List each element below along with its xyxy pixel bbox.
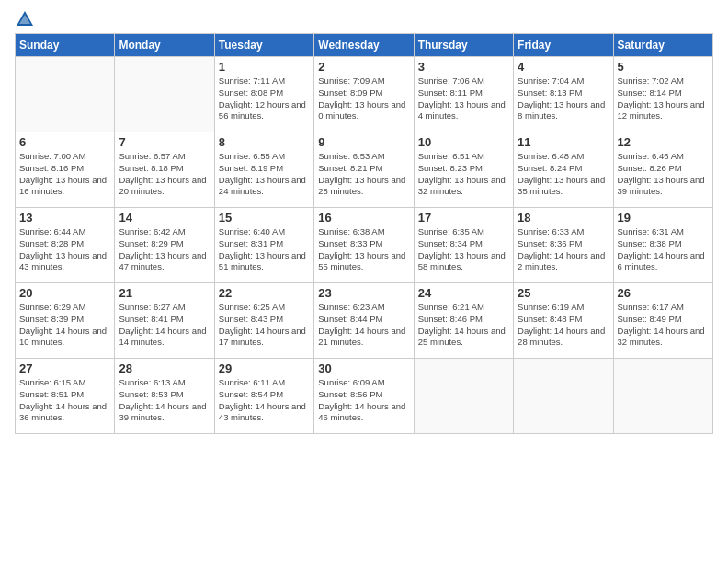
calendar-cell: 9Sunrise: 6:53 AMSunset: 8:21 PMDaylight… — [314, 132, 414, 208]
calendar-cell — [414, 359, 513, 434]
day-info: Sunrise: 6:35 AMSunset: 8:34 PMDaylight:… — [418, 226, 509, 273]
day-number: 6 — [19, 135, 110, 149]
day-number: 25 — [518, 286, 609, 300]
day-number: 17 — [418, 211, 509, 224]
calendar-cell: 7Sunrise: 6:57 AMSunset: 8:18 PMDaylight… — [115, 132, 214, 208]
calendar-header-friday: Friday — [514, 34, 613, 57]
day-number: 19 — [618, 211, 709, 224]
calendar-header-monday: Monday — [115, 34, 214, 57]
day-number: 29 — [219, 362, 310, 375]
header — [15, 9, 713, 29]
day-number: 8 — [219, 135, 310, 149]
day-info: Sunrise: 6:23 AMSunset: 8:44 PMDaylight:… — [318, 302, 409, 349]
day-info: Sunrise: 6:19 AMSunset: 8:48 PMDaylight:… — [518, 302, 609, 349]
day-number: 13 — [19, 211, 110, 224]
calendar-cell: 16Sunrise: 6:38 AMSunset: 8:33 PMDayligh… — [314, 208, 414, 283]
day-info: Sunrise: 6:48 AMSunset: 8:24 PMDaylight:… — [518, 151, 609, 198]
calendar-cell: 1Sunrise: 7:11 AMSunset: 8:08 PMDaylight… — [214, 57, 313, 132]
day-info: Sunrise: 6:25 AMSunset: 8:43 PMDaylight:… — [219, 302, 310, 349]
day-number: 20 — [19, 286, 110, 300]
calendar-cell: 14Sunrise: 6:42 AMSunset: 8:29 PMDayligh… — [115, 208, 214, 283]
calendar-cell: 12Sunrise: 6:46 AMSunset: 8:26 PMDayligh… — [613, 132, 712, 208]
calendar-cell: 25Sunrise: 6:19 AMSunset: 8:48 PMDayligh… — [514, 283, 613, 359]
calendar-cell: 19Sunrise: 6:31 AMSunset: 8:38 PMDayligh… — [613, 208, 712, 283]
calendar-cell: 3Sunrise: 7:06 AMSunset: 8:11 PMDaylight… — [414, 57, 513, 132]
calendar-week-2: 6Sunrise: 7:00 AMSunset: 8:16 PMDaylight… — [16, 132, 713, 208]
day-number: 7 — [119, 135, 210, 149]
calendar-header-thursday: Thursday — [414, 34, 513, 57]
calendar-cell: 28Sunrise: 6:13 AMSunset: 8:53 PMDayligh… — [115, 359, 214, 434]
day-info: Sunrise: 6:46 AMSunset: 8:26 PMDaylight:… — [618, 151, 709, 198]
day-info: Sunrise: 6:29 AMSunset: 8:39 PMDaylight:… — [19, 302, 110, 349]
calendar-cell: 11Sunrise: 6:48 AMSunset: 8:24 PMDayligh… — [514, 132, 613, 208]
calendar-week-1: 1Sunrise: 7:11 AMSunset: 8:08 PMDaylight… — [16, 57, 713, 132]
logo-icon — [15, 9, 35, 29]
day-info: Sunrise: 6:57 AMSunset: 8:18 PMDaylight:… — [119, 151, 210, 198]
day-info: Sunrise: 7:02 AMSunset: 8:14 PMDaylight:… — [618, 75, 709, 122]
calendar-cell: 21Sunrise: 6:27 AMSunset: 8:41 PMDayligh… — [115, 283, 214, 359]
calendar-week-5: 27Sunrise: 6:15 AMSunset: 8:51 PMDayligh… — [16, 359, 713, 434]
day-number: 30 — [318, 362, 409, 375]
day-number: 2 — [318, 60, 409, 74]
day-info: Sunrise: 6:21 AMSunset: 8:46 PMDaylight:… — [418, 302, 509, 349]
calendar-cell: 24Sunrise: 6:21 AMSunset: 8:46 PMDayligh… — [414, 283, 513, 359]
day-number: 24 — [418, 286, 509, 300]
calendar-cell: 22Sunrise: 6:25 AMSunset: 8:43 PMDayligh… — [214, 283, 313, 359]
calendar-cell — [115, 57, 214, 132]
day-number: 4 — [518, 60, 609, 74]
calendar-cell: 6Sunrise: 7:00 AMSunset: 8:16 PMDaylight… — [16, 132, 115, 208]
day-number: 5 — [618, 60, 709, 74]
day-info: Sunrise: 7:09 AMSunset: 8:09 PMDaylight:… — [318, 75, 409, 122]
calendar-cell: 30Sunrise: 6:09 AMSunset: 8:56 PMDayligh… — [314, 359, 414, 434]
day-info: Sunrise: 7:00 AMSunset: 8:16 PMDaylight:… — [19, 151, 110, 198]
day-info: Sunrise: 7:04 AMSunset: 8:13 PMDaylight:… — [518, 75, 609, 122]
day-info: Sunrise: 6:17 AMSunset: 8:49 PMDaylight:… — [618, 302, 709, 349]
day-number: 26 — [618, 286, 709, 300]
calendar-cell: 23Sunrise: 6:23 AMSunset: 8:44 PMDayligh… — [314, 283, 414, 359]
day-number: 21 — [119, 286, 210, 300]
day-number: 16 — [318, 211, 409, 224]
day-info: Sunrise: 6:51 AMSunset: 8:23 PMDaylight:… — [418, 151, 509, 198]
calendar-table: SundayMondayTuesdayWednesdayThursdayFrid… — [15, 33, 713, 434]
day-number: 15 — [219, 211, 310, 224]
calendar-cell — [514, 359, 613, 434]
day-number: 23 — [318, 286, 409, 300]
day-number: 3 — [418, 60, 509, 74]
day-info: Sunrise: 6:11 AMSunset: 8:54 PMDaylight:… — [219, 377, 310, 424]
day-info: Sunrise: 6:44 AMSunset: 8:28 PMDaylight:… — [19, 226, 110, 273]
day-info: Sunrise: 7:11 AMSunset: 8:08 PMDaylight:… — [219, 75, 310, 122]
day-number: 10 — [418, 135, 509, 149]
day-info: Sunrise: 6:09 AMSunset: 8:56 PMDaylight:… — [318, 377, 409, 424]
day-number: 9 — [318, 135, 409, 149]
calendar-cell: 27Sunrise: 6:15 AMSunset: 8:51 PMDayligh… — [16, 359, 115, 434]
day-info: Sunrise: 6:13 AMSunset: 8:53 PMDaylight:… — [119, 377, 210, 424]
calendar-cell: 4Sunrise: 7:04 AMSunset: 8:13 PMDaylight… — [514, 57, 613, 132]
calendar-cell: 13Sunrise: 6:44 AMSunset: 8:28 PMDayligh… — [16, 208, 115, 283]
calendar-week-4: 20Sunrise: 6:29 AMSunset: 8:39 PMDayligh… — [16, 283, 713, 359]
day-number: 1 — [219, 60, 310, 74]
calendar-cell: 10Sunrise: 6:51 AMSunset: 8:23 PMDayligh… — [414, 132, 513, 208]
calendar-cell: 18Sunrise: 6:33 AMSunset: 8:36 PMDayligh… — [514, 208, 613, 283]
day-info: Sunrise: 6:15 AMSunset: 8:51 PMDaylight:… — [19, 377, 110, 424]
day-number: 22 — [219, 286, 310, 300]
calendar-cell: 5Sunrise: 7:02 AMSunset: 8:14 PMDaylight… — [613, 57, 712, 132]
calendar-cell — [16, 57, 115, 132]
day-info: Sunrise: 6:40 AMSunset: 8:31 PMDaylight:… — [219, 226, 310, 273]
day-number: 12 — [618, 135, 709, 149]
logo — [15, 9, 37, 29]
calendar-cell: 15Sunrise: 6:40 AMSunset: 8:31 PMDayligh… — [214, 208, 313, 283]
day-number: 11 — [518, 135, 609, 149]
day-info: Sunrise: 6:42 AMSunset: 8:29 PMDaylight:… — [119, 226, 210, 273]
calendar-header-wednesday: Wednesday — [314, 34, 414, 57]
day-number: 27 — [19, 362, 110, 375]
calendar-header-row: SundayMondayTuesdayWednesdayThursdayFrid… — [16, 34, 713, 57]
day-info: Sunrise: 6:33 AMSunset: 8:36 PMDaylight:… — [518, 226, 609, 273]
calendar-cell: 17Sunrise: 6:35 AMSunset: 8:34 PMDayligh… — [414, 208, 513, 283]
day-info: Sunrise: 6:27 AMSunset: 8:41 PMDaylight:… — [119, 302, 210, 349]
calendar-cell — [613, 359, 712, 434]
calendar-header-tuesday: Tuesday — [214, 34, 313, 57]
calendar-cell: 29Sunrise: 6:11 AMSunset: 8:54 PMDayligh… — [214, 359, 313, 434]
day-number: 28 — [119, 362, 210, 375]
day-number: 18 — [518, 211, 609, 224]
calendar-header-saturday: Saturday — [613, 34, 712, 57]
